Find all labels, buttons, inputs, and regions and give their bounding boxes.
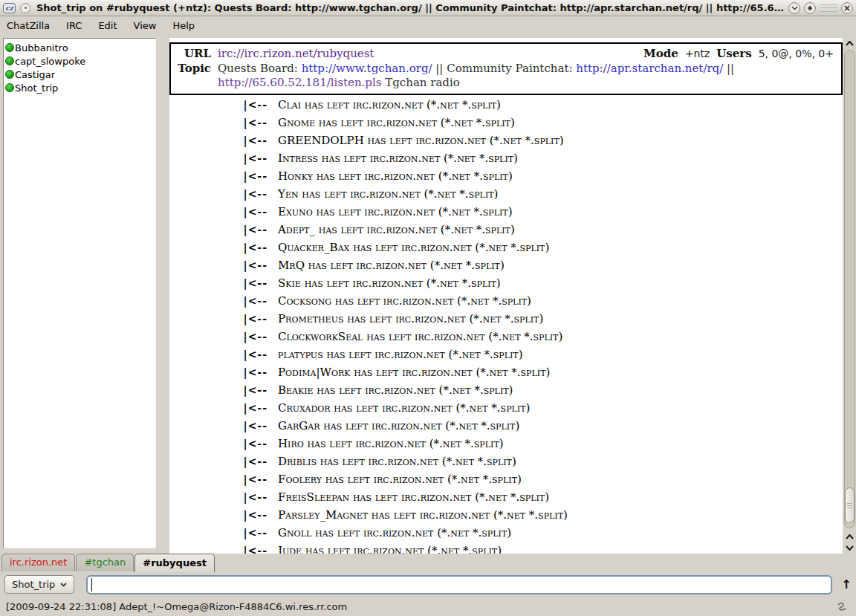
header-stats: Mode +ntz Users 5, 0@, 0%, 0+ (643, 46, 837, 61)
menubar: ChatZillaIRCEditViewHelp (0, 16, 856, 35)
part-arrow-prefix: |<-- (169, 509, 268, 521)
header-topic-row: Topic Quests Board: http://www.tgchan.or… (174, 61, 837, 90)
chat-message: |<--Jude has left irc.rizon.net (*.net *… (169, 544, 843, 554)
message-text: Gnoll has left irc.rizon.net (*.net *.sp… (278, 526, 511, 539)
input-direction-icon[interactable]: ↑ (841, 577, 851, 591)
header-url-row: URL irc://irc.rizon.net/rubyquest Mode +… (174, 46, 837, 61)
userlist-item[interactable]: capt_slowpoke (5, 54, 154, 68)
chevron-down-icon (791, 6, 798, 10)
close-icon (844, 5, 850, 11)
message-text: Parsley_Magnet has left irc.rizon.net (*… (278, 508, 568, 522)
topic-text-segment: || (432, 62, 447, 75)
part-arrow-prefix: |<-- (169, 117, 268, 129)
menu-edit[interactable]: Edit (98, 20, 117, 31)
chat-message: |<--Podima|Work has left irc.rizon.net (… (169, 366, 843, 383)
message-text: FreisSleepan has left irc.rizon.net (*.n… (278, 490, 549, 504)
scrollbar-thumb[interactable] (845, 487, 855, 523)
message-text: Yen has left irc.rizon.net (*.net *.spli… (278, 187, 498, 201)
part-arrow-prefix: |<-- (169, 134, 268, 146)
channel-url-link[interactable]: irc://irc.rizon.net/rubyquest (218, 46, 374, 61)
part-arrow-prefix: |<-- (169, 420, 268, 432)
topic-link[interactable]: http://65.60.52.181/listen.pls (218, 76, 381, 89)
scrollbar[interactable] (844, 38, 855, 554)
url-label: URL (174, 46, 211, 61)
chat-message: |<--Parsley_Magnet has left irc.rizon.ne… (169, 508, 843, 526)
status-bar: [2009-09-24 22:31:08] Adept_!~Omega@Rizo… (0, 597, 856, 616)
menu-chatzilla[interactable]: ChatZilla (7, 20, 50, 31)
dot-icon (25, 7, 27, 9)
close-button[interactable] (841, 2, 853, 14)
message-text: Podima|Work has left irc.rizon.net (*.ne… (278, 366, 550, 379)
message-text: Gnome has left irc.rizon.net (*.net *.sp… (278, 116, 515, 129)
message-text: GarGar has left irc.rizon.net (*.net *.s… (278, 419, 519, 432)
user-nickname: capt_slowpoke (15, 56, 85, 67)
user-status-icon (5, 70, 14, 79)
chat-message: |<--Yen has left irc.rizon.net (*.net *.… (169, 187, 843, 205)
titlebar-grip-lines (820, 4, 837, 12)
message-text: Driblis has left irc.rizon.net (*.net *.… (278, 455, 516, 468)
chat-message: |<--Adept_ has left irc.rizon.net (*.net… (169, 223, 843, 241)
part-arrow-prefix: |<-- (169, 366, 268, 378)
part-arrow-prefix: |<-- (169, 455, 268, 467)
user-status-icon (5, 56, 14, 65)
topic-text-segment: Tgchan radio (381, 76, 459, 89)
userlist-item[interactable]: Bubbanitro (5, 41, 154, 54)
userlist-item[interactable]: Shot_trip (5, 81, 154, 94)
user-nickname: Bubbanitro (15, 42, 68, 54)
message-text: Adept_ has left irc.rizon.net (*.net *.s… (278, 223, 515, 236)
titlebar[interactable]: cz Shot_trip on #rubyquest (+ntz): Quest… (0, 0, 856, 16)
chat-message: |<--Exuno has left irc.rizon.net (*.net … (169, 205, 843, 223)
scroll-up-button[interactable] (844, 38, 855, 49)
panel-splitter[interactable] (157, 35, 169, 554)
user-nickname: Shot_trip (15, 82, 58, 94)
chatzilla-window: cz Shot_trip on #rubyquest (+ntz): Quest… (0, 0, 856, 616)
chat-message: |<--Beakie has left irc.rizon.net (*.net… (169, 383, 843, 401)
tab-tgchan[interactable]: #tgchan (76, 554, 134, 571)
topic-text-segment: Community Paintchat: (447, 62, 576, 75)
tab-irc-rizon-net[interactable]: irc.rizon.net (1, 554, 75, 571)
nickname-button[interactable]: Shot_trip (4, 575, 74, 594)
chat-message: |<--Prometheus has left irc.rizon.net (*… (169, 312, 843, 330)
part-arrow-prefix: |<-- (169, 188, 268, 200)
message-list: |<--Clai has left irc.rizon.net (*.net *… (169, 98, 843, 554)
message-input[interactable] (86, 575, 832, 594)
topic-link[interactable]: http://apr.starchan.net/rq/ (576, 62, 723, 75)
chat-message: |<--Skie has left irc.rizon.net (*.net *… (169, 276, 843, 294)
scrollbar-track[interactable] (844, 50, 855, 528)
topic-link[interactable]: http://www.tgchan.org/ (302, 62, 432, 75)
maximize-button[interactable] (804, 2, 816, 14)
part-arrow-prefix: |<-- (169, 491, 268, 503)
userlist-panel: Bubbanitrocapt_slowpokeCastigarShot_trip (3, 38, 156, 548)
message-text: Cocksong has left irc.rizon.net (*.net *… (278, 294, 531, 308)
chat-message: |<--GarGar has left irc.rizon.net (*.net… (169, 419, 843, 437)
message-text: Exuno has left irc.rizon.net (*.net *.sp… (278, 205, 513, 218)
chevron-down-icon (60, 583, 67, 587)
menu-help[interactable]: Help (172, 20, 195, 31)
scroll-up-button-bottom[interactable] (844, 531, 855, 542)
message-text: Foolery has left irc.rizon.net (*.net *.… (278, 473, 522, 486)
message-text: MrQ has left irc.rizon.net (*.net *.spli… (278, 259, 505, 272)
message-text: platypus has left irc.rizon.net (*.net *… (278, 348, 523, 361)
part-arrow-prefix: |<-- (169, 313, 268, 325)
menu-irc[interactable]: IRC (66, 20, 82, 31)
chat-message: |<--FreisSleepan has left irc.rizon.net … (169, 490, 843, 508)
topic-label: Topic (174, 61, 211, 76)
part-arrow-prefix: |<-- (169, 295, 268, 307)
part-arrow-prefix: |<-- (169, 259, 268, 271)
input-row: Shot_trip ↑ (0, 572, 856, 597)
chevron-up-icon (846, 41, 854, 46)
chat-message: |<--ClockworkSeal has left irc.rizon.net… (169, 330, 843, 348)
chat-message: |<--Clai has left irc.rizon.net (*.net *… (169, 98, 843, 116)
part-arrow-prefix: |<-- (169, 99, 268, 111)
status-text: [2009-09-24 22:31:08] Adept_!~Omega@Rizo… (6, 601, 347, 612)
tab-rubyquest[interactable]: #rubyquest (134, 554, 215, 572)
chat-message: |<--Gnoll has left irc.rizon.net (*.net … (169, 526, 843, 544)
scroll-down-button[interactable] (844, 542, 855, 554)
userlist-item[interactable]: Castigar (5, 68, 154, 81)
window-controls (788, 2, 853, 14)
part-arrow-prefix: |<-- (169, 348, 268, 360)
menu-view[interactable]: View (134, 20, 157, 31)
part-arrow-prefix: |<-- (169, 206, 268, 218)
window-menu-button[interactable] (20, 3, 30, 13)
minimize-button[interactable] (788, 2, 800, 14)
